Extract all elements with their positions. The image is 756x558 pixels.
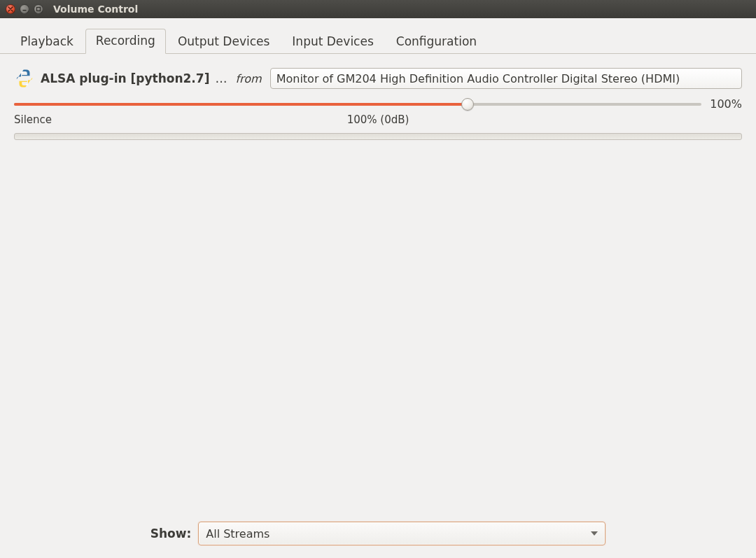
svg-rect-1 [37, 8, 41, 11]
volume-label-center: 100% (0dB) [14, 113, 742, 126]
svg-point-2 [21, 71, 23, 74]
minimize-icon [22, 6, 27, 12]
volume-value-text: 100% [710, 97, 742, 111]
show-select-value: All Streams [206, 527, 270, 540]
tab-output-devices[interactable]: Output Devices [167, 29, 280, 54]
stream-source-selected: Monitor of GM204 High Definition Audio C… [276, 72, 680, 85]
tab-recording[interactable]: Recording [85, 29, 166, 54]
tab-input-devices[interactable]: Input Devices [281, 29, 384, 54]
svg-rect-0 [23, 10, 27, 11]
python-icon [14, 68, 35, 89]
svg-point-3 [27, 84, 29, 86]
input-level-meter [14, 133, 742, 140]
stream-header: ALSA plug-in [python2.7] … from Monitor … [14, 68, 742, 89]
close-icon [8, 6, 13, 12]
stream-source-select[interactable]: Monitor of GM204 High Definition Audio C… [270, 68, 742, 89]
show-label: Show: [150, 526, 192, 540]
chevron-down-icon [591, 531, 598, 536]
maximize-window-button[interactable] [34, 4, 43, 14]
close-window-button[interactable] [6, 4, 15, 14]
volume-scale-labels: Silence 100% (0dB) [14, 113, 742, 127]
minimize-window-button[interactable] [20, 4, 29, 14]
recording-content: ALSA plug-in [python2.7] … from Monitor … [0, 54, 756, 140]
maximize-icon [36, 6, 41, 12]
show-select[interactable]: All Streams [198, 522, 606, 545]
footer: Show: All Streams [0, 522, 756, 545]
stream-name-truncated: … [215, 71, 227, 85]
window-title: Volume Control [53, 4, 138, 15]
volume-slider-fill [14, 103, 468, 106]
stream-from-label: from [235, 72, 261, 85]
volume-slider-row: 100% [14, 97, 742, 111]
volume-slider-thumb[interactable] [461, 98, 474, 111]
svg-marker-4 [591, 531, 598, 536]
titlebar: Volume Control [0, 0, 756, 18]
tab-configuration[interactable]: Configuration [386, 29, 487, 54]
volume-slider[interactable] [14, 98, 701, 111]
stream-name: ALSA plug-in [python2.7] [41, 71, 209, 85]
tab-playback[interactable]: Playback [10, 29, 84, 54]
tabstrip: Playback Recording Output Devices Input … [0, 18, 756, 54]
